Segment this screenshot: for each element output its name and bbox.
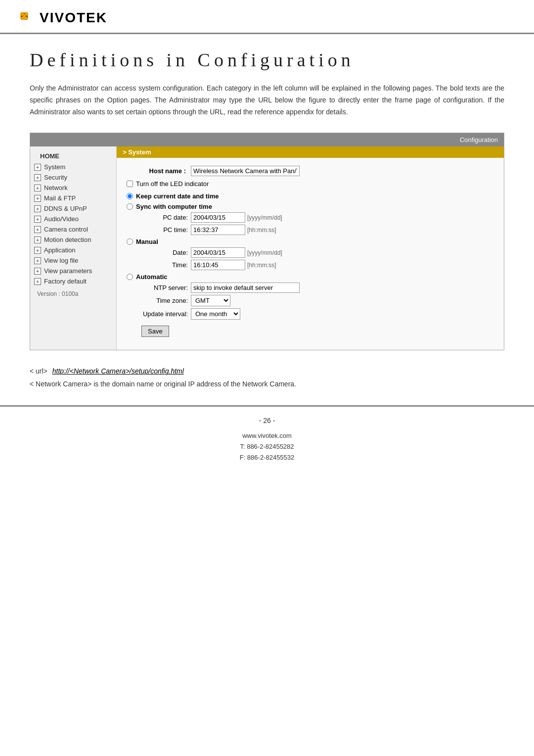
manual-time-input[interactable] [191,260,245,270]
url-note-text: < Network Camera> is the domain name or … [30,380,296,388]
config-main-panel: > System Host name : Turn off the LED in… [117,146,504,350]
pc-time-input[interactable] [191,225,245,235]
panel-content: Host name : Turn off the LED indicator K… [117,163,504,340]
expand-icon: + [34,247,41,254]
timezone-select[interactable]: GMT [191,295,230,306]
sidebar-item-label: Mail & FTP [44,194,76,202]
sidebar-version: Version : 0100a [30,286,116,301]
footer-page-number: - 26 - [20,417,514,425]
url-section: < url> http://<Network Camera>/setup/con… [30,365,504,390]
url-prefix-label: < url> [30,367,47,375]
sidebar-item-view-log[interactable]: + View log file [30,255,116,266]
sidebar-item-application[interactable]: + Application [30,245,116,255]
radio-sync-section: Sync with computer time PC date: [yyyy/m… [127,203,494,235]
led-checkbox[interactable] [127,181,133,187]
description-text: Only the Administrator can access system… [30,83,504,118]
expand-icon: + [34,216,41,223]
sidebar-item-factory-default[interactable]: + Factory default [30,276,116,286]
page-footer: - 26 - www.vivotek.com T: 886-2-82455282… [0,405,534,473]
radio-automatic[interactable] [127,274,133,280]
page-header: VIVOTEK [0,0,534,34]
sidebar-item-network[interactable]: + Network [30,183,116,193]
timezone-label: Time zone: [141,297,191,304]
radio-sync[interactable] [127,203,133,210]
manual-date-label: Date: [141,249,191,256]
save-button[interactable]: Save [141,326,169,337]
update-interval-label: Update interval: [141,310,191,318]
ntp-server-row: NTP server: [141,283,494,293]
footer-phone: T: 886-2-82455282 [20,441,514,452]
sidebar-item-label: View log file [44,257,78,264]
manual-time-hint: [hh:mm:ss] [247,262,276,269]
pc-time-label: PC time: [141,226,191,234]
expand-icon: + [34,268,41,275]
pc-date-label: PC date: [141,214,191,221]
radio-keep-section: Keep current date and time [127,192,494,200]
host-name-input[interactable] [191,166,300,176]
sidebar-item-label: Camera control [44,226,88,233]
pc-time-hint: [hh:mm:ss] [247,227,276,234]
expand-icon: + [34,205,41,212]
vivotek-logo-icon [20,9,38,27]
sidebar-item-label: Network [44,184,68,191]
radio-keep[interactable] [127,193,133,199]
footer-website: www.vivotek.com [20,430,514,441]
system-bar: > System [117,146,504,158]
sidebar-home[interactable]: HOME [30,150,116,162]
sidebar-item-label: DDNS & UPnP [44,205,87,212]
radio-sync-label: Sync with computer time [136,203,212,210]
sidebar-item-mail-ftp[interactable]: + Mail & FTP [30,193,116,203]
url-line: < url> http://<Network Camera>/setup/con… [30,365,504,378]
footer-info: www.vivotek.com T: 886-2-82455282 F: 886… [20,430,514,463]
sidebar-item-label: Motion detection [44,236,91,243]
pc-date-input[interactable] [191,212,245,223]
radio-manual[interactable] [127,238,133,245]
radio-manual-row: Manual [127,238,494,245]
sidebar-item-audio-video[interactable]: + Audio/Video [30,214,116,224]
config-header-label: Configuration [460,136,498,143]
sidebar-item-ddns-upnp[interactable]: + DDNS & UPnP [30,203,116,214]
manual-date-hint: [yyyy/mm/dd] [247,249,282,256]
led-checkbox-row: Turn off the LED indicator [127,180,494,188]
config-sidebar: HOME + System + Security + Network + Mai… [30,146,117,350]
ntp-server-label: NTP server: [141,284,191,291]
pc-date-row: PC date: [yyyy/mm/dd] [141,212,494,223]
manual-date-row: Date: [yyyy/mm/dd] [141,247,494,258]
sidebar-item-system[interactable]: + System [30,162,116,172]
vivotek-logo-text: VIVOTEK [40,10,107,26]
update-interval-row: Update interval: One month [141,308,494,320]
sidebar-item-label: System [44,163,65,171]
expand-icon: + [34,195,41,202]
pc-time-row: PC time: [hh:mm:ss] [141,225,494,235]
sidebar-item-label: Application [44,246,76,254]
url-link-text[interactable]: http://<Network Camera>/setup/config.htm… [52,367,184,375]
sidebar-item-label: Security [44,174,67,181]
expand-icon: + [34,174,41,181]
update-interval-select[interactable]: One month [191,308,240,320]
radio-manual-label: Manual [136,238,158,245]
svg-rect-2 [22,14,26,18]
sidebar-item-label: View parameters [44,267,92,275]
page-title: Definitions in Configuration [30,49,504,71]
radio-automatic-row: Automatic [127,273,494,281]
sidebar-item-camera-control[interactable]: + Camera control [30,224,116,235]
expand-icon: + [34,226,41,233]
host-name-row: Host name : [127,166,494,176]
sidebar-item-view-parameters[interactable]: + View parameters [30,266,116,276]
pc-date-hint: [yyyy/mm/dd] [247,214,282,221]
sidebar-item-motion-detection[interactable]: + Motion detection [30,235,116,245]
led-checkbox-label: Turn off the LED indicator [136,180,209,188]
radio-automatic-label: Automatic [136,273,168,281]
footer-fax: F: 886-2-82455532 [20,452,514,463]
radio-sync-row: Sync with computer time [127,203,494,210]
config-header-bar: Configuration [30,133,504,146]
expand-icon: + [34,257,41,264]
manual-time-label: Time: [141,261,191,269]
expand-icon: + [34,185,41,191]
expand-icon: + [34,164,41,171]
manual-date-input[interactable] [191,247,245,258]
sidebar-item-label: Audio/Video [44,215,79,223]
sidebar-item-label: Factory default [44,278,87,285]
sidebar-item-security[interactable]: + Security [30,172,116,183]
ntp-server-input[interactable] [191,283,300,293]
